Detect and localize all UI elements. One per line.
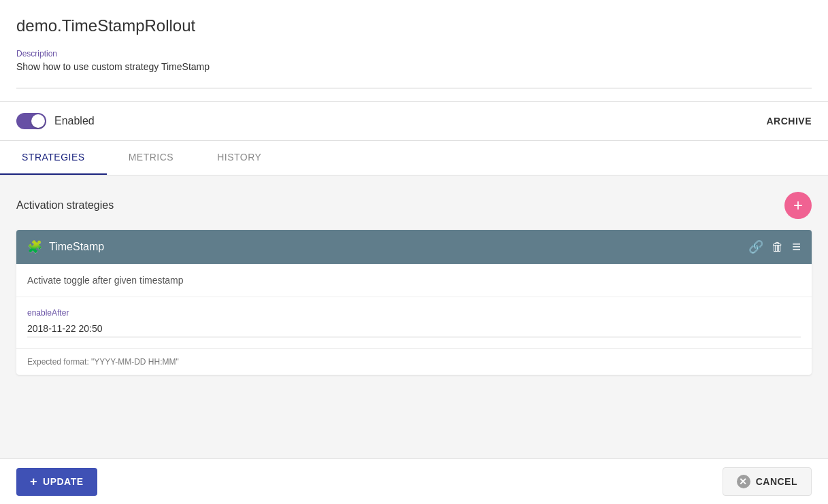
enabled-label: Enabled bbox=[54, 115, 95, 127]
plus-icon: + bbox=[793, 197, 803, 214]
tab-history[interactable]: HISTORY bbox=[195, 141, 283, 175]
strategy-body: Activate toggle after given timestamp bbox=[16, 264, 812, 297]
description-textarea[interactable]: Show how to use custom strategy TimeStam… bbox=[16, 61, 812, 88]
description-field: Description Show how to use custom strat… bbox=[16, 49, 812, 90]
menu-icon: ≡ bbox=[792, 238, 801, 256]
activation-title: Activation strategies bbox=[16, 199, 114, 212]
content-section: Activation strategies + 🧩 TimeStamp 🔗 🗑 bbox=[0, 175, 828, 458]
delete-icon: 🗑 bbox=[772, 240, 784, 254]
strategy-header: 🧩 TimeStamp 🔗 🗑 ≡ bbox=[16, 230, 812, 264]
strategy-title-left: 🧩 TimeStamp bbox=[27, 239, 104, 254]
link-icon: 🔗 bbox=[748, 239, 763, 254]
toggle-left: Enabled bbox=[16, 113, 95, 129]
toggle-slider bbox=[16, 113, 46, 129]
toggle-section: Enabled ARCHIVE bbox=[0, 102, 828, 141]
strategy-menu-button[interactable]: ≡ bbox=[792, 238, 801, 256]
cancel-x-icon: ✕ bbox=[737, 475, 750, 488]
archive-button[interactable]: ARCHIVE bbox=[766, 116, 812, 127]
enable-after-label: enableAfter bbox=[27, 308, 801, 318]
strategy-name: TimeStamp bbox=[49, 241, 104, 253]
strategy-card: 🧩 TimeStamp 🔗 🗑 ≡ Activate t bbox=[16, 230, 812, 375]
enabled-toggle[interactable] bbox=[16, 113, 46, 129]
enable-after-input[interactable] bbox=[27, 320, 801, 337]
page-container: demo.TimeStampRollout Description Show h… bbox=[0, 0, 828, 504]
update-plus-icon: + bbox=[30, 475, 37, 489]
strategy-link-button[interactable]: 🔗 bbox=[748, 239, 763, 254]
footer-bar: + UPDATE ✕ CANCEL bbox=[0, 458, 828, 504]
tab-strategies[interactable]: STRATEGIES bbox=[0, 141, 107, 175]
update-label: UPDATE bbox=[43, 476, 84, 487]
description-label: Description bbox=[16, 49, 812, 58]
update-button[interactable]: + UPDATE bbox=[16, 468, 97, 496]
cancel-button[interactable]: ✕ CANCEL bbox=[723, 467, 812, 496]
strategy-delete-button[interactable]: 🗑 bbox=[772, 240, 784, 254]
tabs-section: STRATEGIES METRICS HISTORY bbox=[0, 141, 828, 175]
cancel-label: CANCEL bbox=[756, 476, 797, 487]
format-hint: Expected format: "YYYY-MM-DD HH:MM" bbox=[16, 349, 812, 375]
strategy-field: enableAfter bbox=[16, 297, 812, 349]
header-section: demo.TimeStampRollout Description Show h… bbox=[0, 0, 828, 102]
puzzle-icon: 🧩 bbox=[27, 239, 42, 254]
strategy-description: Activate toggle after given timestamp bbox=[27, 275, 801, 286]
activation-header: Activation strategies + bbox=[16, 192, 812, 219]
page-title: demo.TimeStampRollout bbox=[16, 16, 812, 35]
strategy-actions: 🔗 🗑 ≡ bbox=[748, 238, 801, 256]
add-strategy-button[interactable]: + bbox=[784, 192, 812, 219]
tab-metrics[interactable]: METRICS bbox=[107, 141, 196, 175]
